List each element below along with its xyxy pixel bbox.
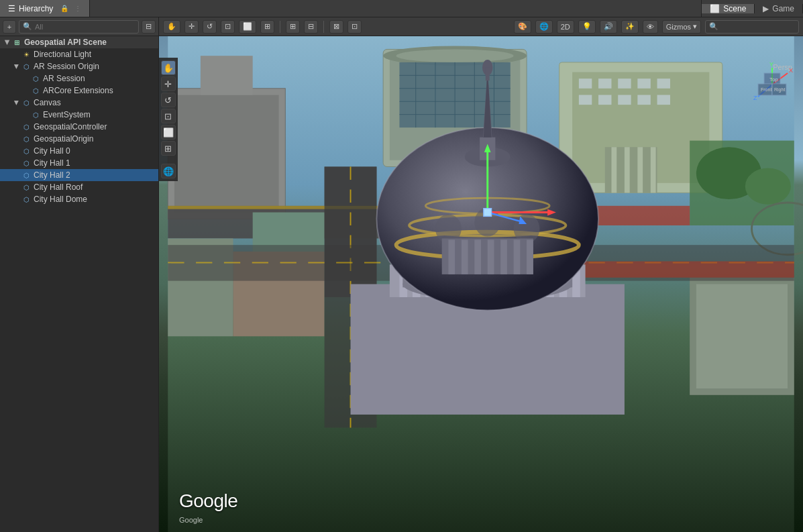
hierarchy-item-directional-light[interactable]: ☀ Directional Light (0, 48, 158, 60)
hierarchy-item-arcore-extensions[interactable]: ⬡ ARCore Extensions (0, 85, 158, 97)
tab-scene-label: Scene (723, 4, 746, 13)
view-tabs: ⬜ Scene ▶ Game (701, 0, 803, 17)
hierarchy-item-label-cityhallroof: City Hall Roof (34, 182, 83, 192)
gizmos-arrow-icon: ▾ (693, 22, 697, 31)
scene-search-icon: 🔍 (709, 22, 718, 31)
gameobj-icon-eventsystem: ⬡ (31, 110, 40, 119)
hierarchy-search-input[interactable] (35, 23, 135, 31)
2d-label: 2D (561, 23, 570, 31)
transform-button[interactable]: ⊞ (260, 20, 274, 34)
tab-game-label: Game (772, 4, 794, 13)
hierarchy-item-ar-session[interactable]: ⬡ AR Session (0, 72, 158, 85)
toolbar-separator-1 (280, 21, 280, 33)
fx-button[interactable]: ✨ (621, 20, 639, 34)
tool-scale[interactable]: ⊡ (161, 109, 176, 123)
pivot-button[interactable]: ⊞ (286, 20, 300, 34)
hierarchy-item-canvas[interactable]: ⬡ Canvas (0, 97, 158, 109)
hierarchy-item-label-arsessionorigin: AR Session Origin (34, 62, 99, 71)
gameobj-icon-geospatialorigin: ⬡ (21, 134, 31, 144)
scene-view-toolbar: ✋ ✛ ↺ ⊡ ⬜ ⊞ ⊞ ⊟ ⊠ ⊡ (159, 20, 510, 34)
light-button[interactable]: 💡 (578, 20, 596, 34)
gizmos-button[interactable]: Gizmos ▾ (662, 20, 701, 34)
tool-rotate[interactable]: ↺ (161, 93, 176, 107)
hierarchy-item-city-hall-dome[interactable]: ⬡ City Hall Dome (0, 193, 158, 205)
scene-icon: ⬜ (710, 4, 720, 13)
tab-hierarchy[interactable]: ☰ Hierarchy 🔒 ⋮ (0, 0, 90, 17)
scene-view[interactable]: Persp X Y Z Top Front Right Google G (159, 36, 803, 532)
google-sub: Google (179, 516, 203, 524)
hand-button[interactable]: ✋ (163, 20, 180, 34)
tool-hand[interactable]: ✋ (161, 60, 176, 75)
hierarchy-toolbar: + 🔍 ⊟ (0, 17, 159, 36)
main-toolbar: + 🔍 ⊟ ✋ ✛ ↺ ⊡ ⬜ ⊞ ⊞ ⊟ ⊠ ⊡ 🎨 🌐 2D 💡 🔊 ✨ 👁 (0, 17, 803, 36)
hierarchy-item-ar-session-origin[interactable]: ⬡ AR Session Origin (0, 60, 158, 72)
2d-button[interactable]: 2D (557, 20, 574, 34)
hierarchy-item-geospatialorigin[interactable]: ⬡ GeospatialOrigin (0, 133, 158, 145)
audio-button[interactable]: 🔊 (600, 20, 617, 34)
add-object-button[interactable]: + (3, 20, 16, 34)
hierarchy-panel: ⊞ Geospatial API Scene ☀ Directional Lig… (0, 36, 159, 532)
expand-arrow-cityhallroof (12, 183, 20, 191)
hierarchy-item-label-cityhall1: City Hall 1 (34, 158, 70, 168)
hierarchy-item-label-eventsystem: EventSystem (43, 110, 91, 119)
render-mode-button[interactable]: 🎨 (514, 20, 531, 34)
scene-search-input[interactable] (721, 23, 795, 31)
scene-search-box: 🔍 (705, 20, 799, 34)
scene-left-tools: ✋ ✛ ↺ ⊡ ⬜ ⊞ 🌐 (159, 58, 178, 181)
hierarchy-item-eventsystem[interactable]: ⬡ EventSystem (0, 109, 158, 121)
hierarchy-item-label-arsession: AR Session (43, 74, 85, 83)
grid-button[interactable]: ⊠ (329, 20, 343, 34)
expand-arrow-dlight (12, 50, 20, 58)
expand-arrow-geospatialorigin (12, 135, 20, 143)
move-button[interactable]: ✛ (184, 20, 199, 34)
game-icon: ▶ (763, 4, 769, 13)
expand-arrow-cityhalldome (12, 195, 20, 203)
gameobj-icon-canvas: ⬡ (21, 98, 31, 107)
expand-arrow-arsession (21, 74, 30, 83)
light-icon: ☀ (21, 50, 31, 59)
hierarchy-item-city-hall-roof[interactable]: ⬡ City Hall Roof (0, 181, 158, 193)
gameobj-icon-cityhall0: ⬡ (21, 146, 31, 156)
hierarchy-item-city-hall-0[interactable]: ⬡ City Hall 0 (0, 145, 158, 157)
hierarchy-item-geospatialcontroller[interactable]: ⬡ GeospatialController (0, 121, 158, 133)
expand-arrow-geospatialctrl (12, 123, 20, 131)
expand-arrow-cityhall0 (12, 147, 20, 155)
scale-button[interactable]: ⊡ (221, 20, 235, 34)
search-icon: 🔍 (23, 22, 32, 31)
rect-button[interactable]: ⬜ (239, 20, 256, 34)
snap-button[interactable]: ⊡ (347, 20, 362, 34)
hierarchy-options-button[interactable]: ⊟ (142, 20, 156, 34)
hierarchy-item-label-root: Geospatial API Scene (24, 38, 107, 47)
scene-icon-root: ⊞ (12, 38, 21, 47)
global-button[interactable]: ⊟ (304, 20, 318, 34)
expand-arrow-arsession-origin (12, 62, 20, 70)
rotate-button[interactable]: ↺ (203, 20, 217, 34)
hierarchy-menu-icon: ⋮ (74, 5, 81, 12)
hierarchy-item-label-arcore: ARCore Extensions (43, 86, 113, 95)
gameobj-icon-cityhalldome: ⬡ (21, 195, 31, 204)
expand-arrow-canvas (12, 99, 20, 107)
tool-globe[interactable]: 🌐 (161, 164, 176, 178)
gameobj-icon-arsessionorigin: ⬡ (21, 62, 31, 71)
hierarchy-item-label-cityhall2: City Hall 2 (34, 170, 70, 180)
tab-game[interactable]: ▶ Game (755, 4, 803, 13)
hierarchy-item-city-hall-1[interactable]: ⬡ City Hall 1 (0, 157, 158, 169)
gameobj-icon-geospatialctrl: ⬡ (21, 122, 31, 131)
right-toolbar: 🎨 🌐 2D 💡 🔊 ✨ 👁 Gizmos ▾ 🔍 (510, 20, 803, 34)
expand-arrow-arcore (21, 87, 30, 95)
hierarchy-item-city-hall-2[interactable]: ⬡ City Hall 2 (0, 169, 158, 181)
tool-transform[interactable]: ⊞ (161, 141, 176, 156)
gameobj-icon-arsession: ⬡ (31, 74, 40, 83)
visibility-button[interactable]: 👁 (643, 20, 658, 34)
hierarchy-item-label-cityhall0: City Hall 0 (34, 146, 70, 156)
gameobj-icon-arcore: ⬡ (31, 86, 40, 95)
tool-move[interactable]: ✛ (161, 76, 176, 91)
hierarchy-item-label-dlight: Directional Light (34, 50, 91, 59)
globe-button[interactable]: 🌐 (535, 20, 553, 34)
gizmos-label: Gizmos (666, 23, 691, 31)
gameobj-icon-cityhall2: ⬡ (21, 170, 31, 180)
tool-rect[interactable]: ⬜ (161, 125, 176, 140)
expand-arrow-eventsystem (21, 111, 30, 119)
tab-scene[interactable]: ⬜ Scene (702, 4, 755, 13)
hierarchy-item-root[interactable]: ⊞ Geospatial API Scene (0, 36, 158, 48)
